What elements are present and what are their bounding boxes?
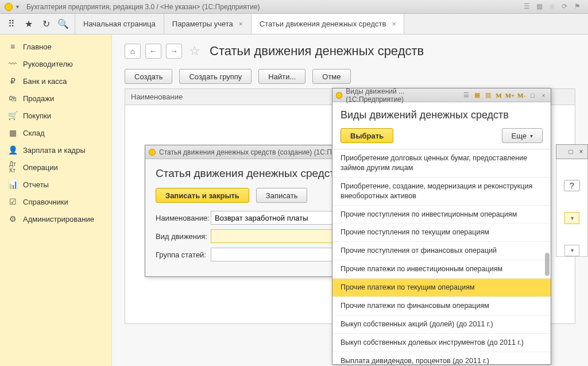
nav-label: Отчеты (23, 180, 49, 189)
dropdown-toggle[interactable]: ▾ (564, 245, 579, 256)
types-list-item[interactable]: Приобретение, создание, модернизация и р… (332, 178, 551, 206)
forward-button[interactable]: → (166, 44, 182, 59)
close-icon[interactable]: × (392, 20, 396, 28)
gear-icon: ⚙ (8, 214, 17, 224)
nav-manager[interactable]: 〰Руководителю (0, 55, 111, 72)
app-icon (336, 92, 342, 99)
nav-bank[interactable]: ₽Банк и касса (0, 72, 111, 90)
tab-cash-flow-items[interactable]: Статьи движения денежных средств × (251, 14, 405, 34)
person-icon: 👤 (8, 145, 17, 155)
nav-warehouse[interactable]: ▦Склад (0, 124, 111, 141)
name-label: Наименование: (156, 214, 211, 222)
sys-icon-4[interactable]: ⟳ (562, 2, 571, 11)
types-list-item[interactable]: Приобретение долговых ценных бумаг, пред… (332, 149, 551, 178)
sys-icon-2[interactable]: ▦ (536, 2, 546, 11)
toolbar-icon-3[interactable]: ▥ (484, 91, 492, 99)
types-list-item[interactable]: Прочие поступления по инвестиционным опе… (332, 206, 551, 224)
nav-salary[interactable]: 👤Зарплата и кадры (0, 141, 111, 159)
system-icons: ☰ ▦ ☆ ⟳ ⚑ (524, 2, 583, 11)
toolbar-icon-2[interactable]: ▦ (473, 91, 481, 99)
operations-icon: ДтКт (8, 163, 17, 172)
tab-start-page[interactable]: Начальная страница (75, 14, 164, 34)
app-icon (5, 3, 13, 11)
save-button[interactable]: Записать (256, 188, 308, 203)
tab-label: Статьи движения денежных средств (260, 20, 386, 28)
background-dialog: □ × ? ▾ ▾ (556, 144, 588, 259)
nav-sales[interactable]: 🛍Продажи (0, 90, 111, 107)
nav-reports[interactable]: 📊Отчеты (0, 176, 111, 193)
types-toolbar: Выбрать Еще (341, 128, 543, 143)
dropdown-icon[interactable]: ▾ (16, 3, 23, 10)
history-icon[interactable]: ↻ (38, 16, 54, 32)
types-dialog-titlebar[interactable]: Виды движений ... (1С:Предприятие) ☰ ▦ ▥… (332, 88, 551, 102)
m-icon[interactable]: M (495, 91, 502, 99)
create-group-button[interactable]: Создать группу (179, 69, 252, 84)
maximize-icon[interactable]: □ (567, 148, 575, 156)
types-list-item[interactable]: Выкуп собственных долевых инструментов (… (332, 334, 551, 352)
nav-label: Руководителю (23, 60, 73, 68)
types-dialog-title: Виды движений ... (1С:Предприятие) (346, 87, 455, 103)
nav-main[interactable]: ≡Главное (0, 38, 111, 55)
scrollbar-thumb[interactable] (545, 253, 550, 276)
create-button[interactable]: Создать (125, 69, 172, 84)
back-button[interactable]: ← (145, 44, 161, 59)
page-header: ⌂ ← → ☆ Статьи движения денежных средств (125, 44, 575, 59)
nav-label: Главное (23, 43, 52, 51)
cart-icon: 🛒 (8, 111, 17, 120)
more-button[interactable]: Еще (502, 128, 543, 143)
search-icon[interactable]: 🔍 (55, 16, 71, 32)
nav-catalogs[interactable]: ☑Справочники (0, 193, 111, 210)
find-button[interactable]: Найти... (258, 69, 305, 84)
nav-label: Банк и касса (23, 77, 67, 86)
check-icon: ☑ (8, 197, 17, 206)
types-list-item[interactable]: Прочие платежи по инвестиционным операци… (332, 260, 551, 279)
sys-icon-3[interactable]: ☆ (549, 2, 558, 11)
types-list[interactable]: Приобретение долговых ценных бумаг, пред… (332, 149, 551, 364)
types-list-item[interactable]: Прочие платежи по текущим операциям (332, 279, 551, 297)
cancel-button[interactable]: Отме (312, 69, 350, 84)
select-button[interactable]: Выбрать (341, 128, 393, 143)
app-title: Бухгалтерия предприятия, редакция 3.0 / … (26, 3, 520, 11)
star-icon[interactable]: ★ (21, 16, 37, 32)
background-dialog-titlebar[interactable]: □ × (556, 144, 588, 159)
nav-admin[interactable]: ⚙Администрирование (0, 210, 111, 228)
types-list-item[interactable]: Выкуп собственных акций (долей) (до 2011… (332, 315, 551, 334)
app-icon (149, 149, 156, 156)
close-icon[interactable]: × (239, 20, 243, 28)
toolbar-buttons: Создать Создать группу Найти... Отме (125, 69, 575, 84)
close-icon[interactable]: × (577, 148, 585, 156)
nav-label: Администрирование (23, 215, 94, 224)
wave-icon: 〰 (8, 59, 17, 68)
m-plus-icon[interactable]: M+ (506, 91, 514, 99)
nav-label: Справочники (23, 198, 68, 206)
maximize-icon[interactable]: □ (529, 91, 536, 99)
types-list-item[interactable]: Прочие платежи по финансовым операциям (332, 297, 551, 315)
apps-grid-icon[interactable]: ⠿ (3, 16, 20, 32)
group-label: Группа статей: (156, 251, 211, 259)
save-and-close-button[interactable]: Записать и закрыть (156, 188, 249, 203)
toolbar-left: ⠿ ★ ↻ 🔍 (0, 14, 75, 34)
nav-operations[interactable]: ДтКтОперации (0, 159, 111, 176)
types-list-item[interactable]: Прочие поступления по текущим операциям (332, 224, 551, 242)
tab-label: Начальная страница (83, 20, 156, 28)
m-minus-icon[interactable]: M- (517, 91, 525, 99)
menu-icon: ≡ (8, 42, 17, 51)
tab-accounting-params[interactable]: Параметры учета × (164, 14, 251, 34)
app-titlebar: ▾ Бухгалтерия предприятия, редакция 3.0 … (0, 0, 588, 14)
close-icon[interactable]: × (540, 91, 547, 99)
toolbar-icon-1[interactable]: ☰ (462, 91, 470, 99)
types-dialog: Виды движений ... (1С:Предприятие) ☰ ▦ ▥… (332, 88, 551, 365)
dropdown-toggle[interactable]: ▾ (564, 212, 579, 224)
types-list-item[interactable]: Выплата дивидендов, процентов (до 2011 г… (332, 352, 551, 365)
sys-icon-5[interactable]: ⚑ (574, 2, 583, 11)
nav-purchases[interactable]: 🛒Покупки (0, 107, 111, 124)
sys-icon-1[interactable]: ☰ (524, 2, 533, 11)
nav-label: Склад (23, 129, 45, 137)
favorite-star-icon[interactable]: ☆ (189, 44, 200, 59)
grid-icon: ▦ (8, 128, 17, 137)
types-heading: Виды движений денежных средств (341, 109, 543, 121)
types-list-item[interactable]: Прочие поступления от финансовых операци… (332, 242, 551, 260)
nav-label: Продажи (23, 94, 54, 103)
help-button[interactable]: ? (564, 180, 580, 191)
home-button[interactable]: ⌂ (125, 44, 141, 59)
